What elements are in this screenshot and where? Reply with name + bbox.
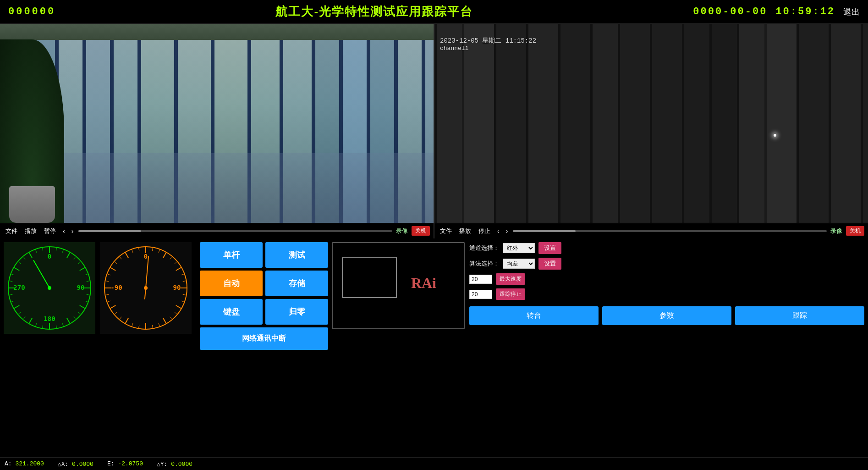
right-progress-bar[interactable] bbox=[513, 230, 827, 232]
ceiling-beam bbox=[0, 24, 434, 40]
thermal-timestamp: 2023-12-05 星期二 11:15:22 bbox=[440, 37, 536, 45]
left-file-button[interactable]: 文件 bbox=[4, 226, 19, 236]
tracking-view: RAi bbox=[332, 242, 465, 329]
status-e-value: -2.0750 bbox=[118, 460, 143, 467]
rai-overlay-text: RAi bbox=[411, 275, 436, 292]
thermal-hot-spot bbox=[774, 134, 776, 137]
left-pause-button[interactable]: 暂停 bbox=[42, 226, 58, 236]
right-video-panel: 2023-12-05 星期二 11:15:22 channel1 文件 播放 停… bbox=[434, 24, 868, 238]
right-control-bar: 文件 播放 停止 ‹ › 录像 关机 bbox=[434, 223, 868, 238]
video-area: 文件 播放 暂停 ‹ › 录像 关机 2023-12-05 星期二 11:15:… bbox=[0, 24, 868, 238]
speed-input-1[interactable] bbox=[469, 275, 492, 284]
status-a-value: 321.2000 bbox=[15, 460, 44, 467]
left-progress-bar[interactable] bbox=[78, 230, 392, 232]
channel-row: 通道选择： 红外 可见光 设置 bbox=[469, 242, 864, 254]
algorithm-select[interactable]: 均差 相关 卡尔曼 bbox=[503, 259, 535, 269]
left-next-arrow[interactable]: › bbox=[70, 227, 75, 235]
status-e-label: E: bbox=[107, 460, 115, 467]
header-right: 0000-00-00 10:59:12 退出 bbox=[693, 6, 860, 17]
btn-row-3: 键盘 归零 bbox=[200, 299, 328, 325]
left-video-frame bbox=[0, 24, 434, 223]
header-time-right: 10:59:12 bbox=[775, 6, 835, 17]
turntable-button[interactable]: 转台 bbox=[469, 306, 599, 325]
btn-row-4: 网络通讯中断 bbox=[200, 327, 328, 350]
left-record-label[interactable]: 录像 bbox=[396, 227, 408, 235]
app-title: 航工大-光学特性测试应用跟踪平台 bbox=[275, 4, 473, 20]
status-bar: A: 321.2000 △X: 0.0000 E: -2.0750 △Y: 0.… bbox=[0, 457, 868, 470]
left-shutdown-button[interactable]: 关机 bbox=[412, 226, 430, 236]
orange-gauge-container bbox=[100, 242, 192, 334]
header-time-left: 0000-00-00 bbox=[693, 6, 767, 17]
main-content: 文件 播放 暂停 ‹ › 录像 关机 2023-12-05 星期二 11:15:… bbox=[0, 24, 868, 470]
center-controls: 单杆 测试 自动 存储 键盘 归零 网络通讯中断 bbox=[200, 242, 328, 453]
speed-row-2: 跟踪停止 bbox=[469, 288, 864, 300]
plant-pot bbox=[9, 186, 55, 223]
right-prev-arrow[interactable]: ‹ bbox=[496, 227, 501, 235]
left-play-button[interactable]: 播放 bbox=[23, 226, 38, 236]
status-e: E: -2.0750 bbox=[107, 460, 143, 467]
right-file-button[interactable]: 文件 bbox=[438, 226, 454, 236]
right-video-frame: 2023-12-05 星期二 11:15:22 channel1 bbox=[434, 24, 868, 223]
thermal-channel: channel1 bbox=[440, 45, 468, 52]
bottom-section: 单杆 测试 自动 存储 键盘 归零 网络通讯中断 RAi bbox=[0, 238, 868, 457]
tracking-panel: RAi 通道选择： 红外 可见光 设置 算法选择： 均差 相关 bbox=[332, 242, 864, 453]
right-next-arrow[interactable]: › bbox=[505, 227, 510, 235]
test-button[interactable]: 测试 bbox=[265, 242, 328, 268]
algorithm-label: 算法选择： bbox=[469, 260, 499, 268]
stop-track-button[interactable]: 跟踪停止 bbox=[496, 288, 525, 300]
gauges-area bbox=[4, 242, 192, 453]
right-record-label[interactable]: 录像 bbox=[830, 227, 842, 235]
left-progress-fill bbox=[78, 230, 141, 232]
single-pole-button[interactable]: 单杆 bbox=[200, 242, 263, 268]
right-progress-fill bbox=[513, 230, 576, 232]
max-speed-button[interactable]: 最大速度 bbox=[496, 273, 525, 285]
header: 000000 航工大-光学特性测试应用跟踪平台 0000-00-00 10:59… bbox=[0, 0, 868, 24]
channel-select[interactable]: 红外 可见光 bbox=[503, 243, 535, 253]
channel-set-button[interactable]: 设置 bbox=[538, 242, 561, 254]
status-ay: △Y: 0.0000 bbox=[157, 460, 192, 468]
btn-row-1: 单杆 测试 bbox=[200, 242, 328, 268]
left-video-panel: 文件 播放 暂停 ‹ › 录像 关机 bbox=[0, 24, 434, 238]
logout-button[interactable]: 退出 bbox=[843, 6, 860, 17]
algorithm-set-button[interactable]: 设置 bbox=[538, 258, 561, 270]
system-id: 000000 bbox=[8, 6, 55, 17]
network-button[interactable]: 网络通讯中断 bbox=[200, 327, 328, 350]
left-prev-arrow[interactable]: ‹ bbox=[61, 227, 66, 235]
storage-button[interactable]: 存储 bbox=[265, 271, 328, 296]
left-camera-feed bbox=[0, 24, 434, 223]
green-compass-gauge bbox=[4, 242, 95, 334]
status-ax-label: △X: bbox=[58, 461, 68, 468]
right-camera-feed: 2023-12-05 星期二 11:15:22 channel1 bbox=[434, 24, 868, 223]
btn-row-2: 自动 存储 bbox=[200, 271, 328, 296]
green-gauge-container bbox=[4, 242, 95, 334]
tracking-selection-box bbox=[342, 257, 397, 298]
track-button[interactable]: 跟踪 bbox=[735, 306, 864, 325]
zero-button[interactable]: 归零 bbox=[265, 299, 328, 325]
status-a: A: 321.2000 bbox=[5, 460, 44, 467]
algorithm-row: 算法选择： 均差 相关 卡尔曼 设置 bbox=[469, 258, 864, 270]
keyboard-button[interactable]: 键盘 bbox=[200, 299, 263, 325]
status-ax: △X: 0.0000 bbox=[58, 460, 93, 468]
right-shutdown-button[interactable]: 关机 bbox=[846, 226, 864, 236]
status-a-label: A: bbox=[5, 460, 12, 467]
auto-button[interactable]: 自动 bbox=[200, 271, 263, 296]
status-ay-label: △Y: bbox=[157, 461, 167, 468]
status-ay-value: 0.0000 bbox=[171, 461, 192, 468]
params-button[interactable]: 参数 bbox=[602, 306, 731, 325]
speed-row-1: 最大速度 bbox=[469, 273, 864, 285]
right-stop-button[interactable]: 停止 bbox=[477, 226, 492, 236]
speed-input-2[interactable] bbox=[469, 290, 492, 299]
left-control-bar: 文件 播放 暂停 ‹ › 录像 关机 bbox=[0, 223, 434, 238]
tracking-controls: 通道选择： 红外 可见光 设置 算法选择： 均差 相关 卡尔曼 设置 bbox=[469, 242, 864, 453]
channel-label: 通道选择： bbox=[469, 244, 499, 252]
status-ax-value: 0.0000 bbox=[72, 461, 93, 468]
orange-clock-gauge bbox=[100, 242, 192, 334]
bottom-actions: 转台 参数 跟踪 bbox=[469, 306, 864, 325]
plant-decoration bbox=[0, 39, 64, 223]
right-play-button[interactable]: 播放 bbox=[457, 226, 473, 236]
